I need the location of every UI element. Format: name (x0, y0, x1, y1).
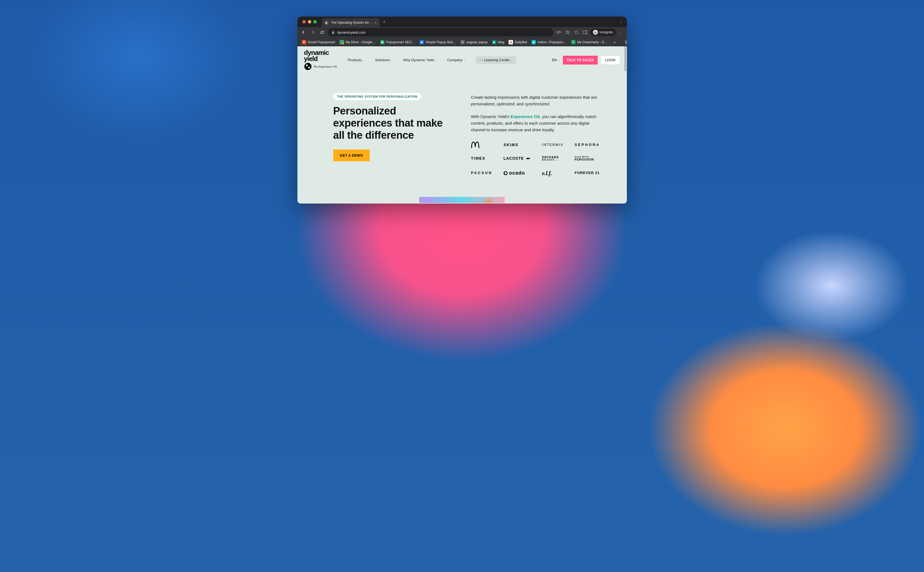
maximize-window-button[interactable] (313, 20, 317, 23)
svg-point-4 (304, 63, 312, 70)
grammarly-icon: G (571, 40, 575, 44)
brand-ocado: ocado (503, 169, 531, 177)
brand-lacoste: LACOSTE (503, 155, 531, 161)
drive-icon (340, 40, 344, 44)
app-icon: ◉ (420, 40, 424, 44)
chevron-down-icon: ⌄ (435, 59, 437, 62)
brand-mcdonalds (471, 141, 493, 148)
tab-search-icon[interactable]: ⌄ (617, 20, 625, 24)
login-button[interactable]: LOGIN (600, 56, 620, 65)
svg-rect-2 (583, 31, 587, 34)
hero-left: THE OPERATING SYSTEM FOR PERSONALIZATION… (333, 93, 454, 177)
incognito-badge[interactable]: Incognito (590, 29, 616, 36)
talk-to-sales-button[interactable]: TALK TO SALES (563, 56, 598, 65)
incognito-icon (593, 30, 598, 35)
nav-company[interactable]: Company⌄ (447, 58, 466, 62)
experience-os-link[interactable]: Experience OS (510, 114, 540, 119)
folder-icon: 🗀 (625, 40, 627, 44)
bookmark-star-icon[interactable] (564, 28, 571, 36)
scrollbar-thumb[interactable] (624, 46, 626, 71)
gmail-icon: M (302, 40, 306, 44)
brand-logos-grid: SKIMS INTERMIX SEPHORA TIMEX LACOSTE DEC… (471, 141, 600, 177)
hero-right: Create lasting impressions with digital … (471, 93, 600, 177)
tracking-icon[interactable] (555, 28, 563, 36)
lock-icon (332, 31, 335, 34)
blog-icon: ◉ (492, 40, 496, 44)
chrome-top: ◐ The Operating System for Pers × + ⌄ (298, 17, 627, 46)
hero-paragraph-1: Create lasting impressions with digital … (471, 94, 600, 107)
hero-paragraph-2: With Dynamic Yield's Experience OS, you … (471, 113, 600, 133)
dailybot-icon: ⛵ (509, 40, 513, 44)
brand-sephora: SEPHORA (574, 142, 600, 148)
nav-solutions[interactable]: Solutions⌄ (375, 58, 393, 62)
bookmark-notion[interactable]: ◆notion / Popupsm… (530, 39, 568, 45)
chevron-down-icon: ⌄ (464, 59, 466, 62)
bookmark-popup[interactable]: ◉Simple Popup Buil… (418, 39, 457, 45)
page-content: dynamicyield The Experience OS Products⌄… (298, 46, 627, 204)
bookmark-gmail[interactable]: MGmail Popupsmart (300, 39, 337, 45)
all-bookmarks-button[interactable]: 🗀 All Bookmarks (623, 37, 627, 47)
learning-icon: 〰 (479, 58, 483, 62)
brand-ferguson: build WITH FERGUSON (574, 156, 600, 161)
chevron-down-icon: ⌄ (363, 59, 365, 62)
browser-tab[interactable]: ◐ The Operating System for Pers × (322, 18, 380, 27)
logo-text: dynamicyield (304, 50, 329, 62)
window-controls (300, 20, 319, 23)
url-text: dynamicyield.com (337, 30, 366, 34)
bookmarks-overflow-icon[interactable]: » (611, 40, 618, 44)
new-tab-button[interactable]: + (380, 19, 389, 25)
notion-icon: ◆ (532, 40, 536, 44)
nav-learning-center[interactable]: 〰 Learning Center⌄ (476, 56, 516, 64)
get-demo-button[interactable]: GET A DEMO (333, 149, 370, 161)
bookmark-drive[interactable]: My Drive - Google… (338, 39, 377, 45)
logo-mark-icon (304, 62, 312, 70)
ocado-icon (503, 171, 508, 176)
minimize-window-button[interactable] (308, 20, 311, 23)
tab-favicon-icon: ◐ (324, 20, 329, 25)
nav-why[interactable]: Why Dynamic Yield⌄ (403, 58, 437, 62)
hero-eyebrow: THE OPERATING SYSTEM FOR PERSONALIZATION (333, 93, 422, 100)
below-fold-preview (419, 197, 505, 203)
sheets-icon: ▦ (380, 40, 384, 44)
close-window-button[interactable] (302, 20, 306, 23)
bookmark-angular[interactable]: 🗀angular popup (459, 39, 489, 45)
extensions-icon[interactable] (572, 28, 580, 36)
address-bar[interactable]: dynamicyield.com (328, 28, 553, 36)
browser-window: ◐ The Operating System for Pers × + ⌄ (298, 17, 627, 204)
hero-title: Personalized experiences that make all t… (333, 105, 454, 141)
svg-point-8 (504, 173, 505, 174)
incognito-label: Incognito (600, 30, 613, 34)
tab-close-icon[interactable]: × (374, 20, 377, 25)
bookmark-sheets[interactable]: ▦Popupsmart SEO… (378, 39, 417, 45)
bookmarks-bar: MGmail Popupsmart My Drive - Google… ▦Po… (298, 37, 627, 46)
brand-deckers: DECKERS BRANDS — (542, 156, 563, 161)
tab-title: The Operating System for Pers (331, 21, 372, 25)
bookmark-dailybot[interactable]: ⛵DailyBot (507, 39, 529, 45)
chevron-down-icon: ⌄ (558, 59, 560, 62)
language-selector[interactable]: EN⌄ (552, 58, 560, 62)
brand-pacsun: PACSUN (471, 170, 493, 176)
site-logo[interactable]: dynamicyield The Experience OS (304, 50, 337, 70)
hero-section: THE OPERATING SYSTEM FOR PERSONALIZATION… (298, 74, 627, 186)
brand-forever21: FOREVER 21 (574, 170, 600, 176)
reload-button[interactable] (318, 28, 326, 36)
bookmark-grammarly[interactable]: GMy Grammarly - G… (569, 39, 609, 45)
tab-strip: ◐ The Operating System for Pers × + ⌄ (298, 17, 627, 27)
brand-skims: SKIMS (503, 142, 531, 148)
main-nav: Products⌄ Solutions⌄ Why Dynamic Yield⌄ … (347, 56, 516, 64)
svg-rect-6 (308, 67, 310, 68)
logo-tagline: The Experience OS (313, 65, 337, 68)
side-panel-icon[interactable] (581, 28, 589, 36)
browser-toolbar: dynamicyield.com (298, 27, 627, 37)
menu-icon[interactable]: ⋮ (617, 28, 625, 36)
bookmark-blog[interactable]: ◉blog (490, 39, 506, 45)
nav-products[interactable]: Products⌄ (347, 58, 365, 62)
svg-rect-0 (332, 32, 334, 34)
chevron-down-icon: ⌄ (511, 59, 513, 62)
site-header: dynamicyield The Experience OS Products⌄… (298, 46, 627, 74)
chevron-down-icon: ⌄ (391, 59, 393, 62)
crocodile-icon (526, 157, 531, 160)
forward-button[interactable] (309, 28, 317, 36)
brand-intermix: INTERMIX (542, 142, 563, 148)
back-button[interactable] (300, 28, 307, 36)
